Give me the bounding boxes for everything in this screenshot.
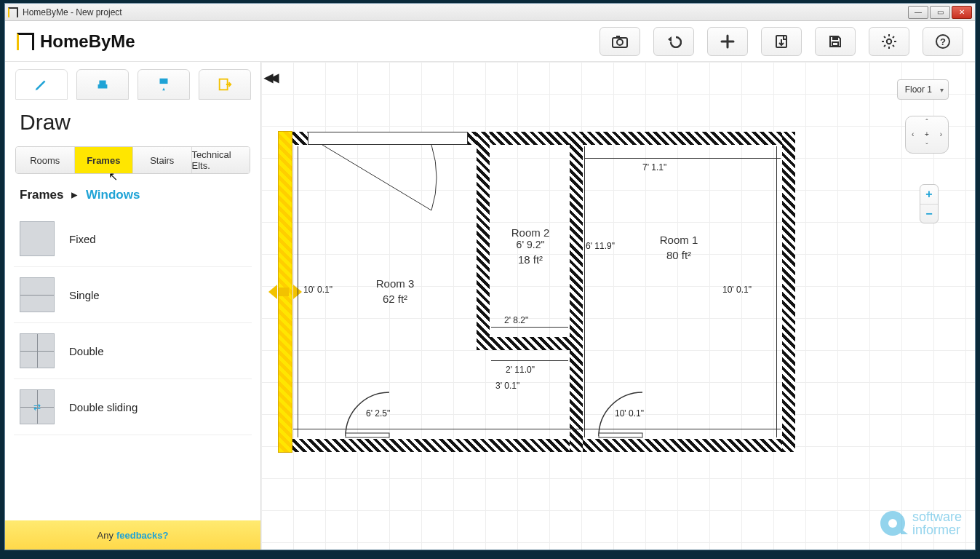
list-item-label: Fixed [69, 233, 96, 245]
brand-logo-icon [17, 33, 34, 50]
camera-button[interactable] [599, 27, 640, 56]
watermark-icon [880, 511, 905, 536]
dimension: 7' 1.1" [642, 162, 666, 173]
watermark: software informer [880, 510, 962, 536]
breadcrumb-sub[interactable]: Windows [86, 188, 140, 202]
zoom-in-button[interactable]: + [920, 185, 938, 204]
dimension: 10' 0.1" [303, 285, 332, 295]
list-item[interactable]: ⇄ Double sliding [14, 379, 252, 435]
dim-line [584, 158, 781, 159]
cat-tab-stairs[interactable]: Stairs [133, 147, 192, 173]
section-title: Draw [5, 101, 260, 146]
room-label: Room 1 80 ft² [635, 234, 722, 261]
mode-tab-share[interactable] [199, 69, 251, 100]
wall[interactable] [477, 132, 490, 350]
chevron-right-icon: ▸ [71, 188, 78, 202]
wall[interactable] [782, 132, 795, 452]
mouse-cursor-icon: ↖ [108, 170, 118, 183]
cat-tab-frames[interactable]: Frames [75, 147, 134, 173]
maximize-button[interactable]: ▭ [930, 6, 950, 19]
dim-line [293, 429, 781, 429]
floor-selector-value: Floor 1 [905, 84, 932, 95]
room-label: Room 3 62 ft² [351, 277, 439, 305]
wall[interactable] [477, 337, 583, 350]
feedback-link[interactable]: feedbacks? [116, 530, 169, 541]
dimension: 6' 2.5" [366, 408, 390, 419]
dimension: 2' 11.0" [506, 365, 535, 375]
list-item[interactable]: Fixed [14, 211, 252, 267]
mode-tab-paint[interactable] [138, 69, 190, 100]
undo-button[interactable] [653, 27, 694, 56]
titlebar: HomeByMe - New project — ▭ ✕ [5, 4, 975, 21]
settings-button[interactable] [869, 27, 909, 56]
list-item[interactable]: Single [14, 267, 252, 323]
wall[interactable] [570, 132, 583, 452]
room-width: 6' 9.2" [494, 239, 567, 250]
app-logo-icon [8, 7, 18, 17]
app-window: HomeByMe - New project — ▭ ✕ HomeByMe ? [4, 3, 976, 550]
window-opening[interactable] [308, 132, 468, 145]
svg-rect-9 [160, 79, 168, 84]
brand: HomeByMe [17, 31, 135, 52]
save-button[interactable] [815, 27, 856, 56]
zoom-control: + − [920, 184, 939, 223]
canvas[interactable]: ◀◀ Floor 1 ˆ ‹+› ˇ + − [261, 62, 975, 550]
list-item-label: Single [69, 289, 100, 301]
help-button[interactable]: ? [923, 27, 963, 56]
dimension: 10' 0.1" [615, 408, 644, 419]
dim-line [491, 360, 568, 361]
room-label: Room 2 6' 9.2" 18 ft² [494, 226, 567, 266]
room-area: 18 ft² [494, 253, 567, 266]
pan-up-icon[interactable]: ˆ [920, 116, 933, 129]
list-item-label: Double [69, 345, 104, 357]
svg-point-1 [617, 39, 623, 45]
pan-down-icon[interactable]: ˇ [920, 140, 933, 153]
room-area: 80 ft² [635, 249, 722, 261]
zoom-out-button[interactable]: − [920, 204, 938, 223]
mode-tabs [5, 62, 261, 101]
mode-tab-furnish[interactable] [76, 69, 129, 100]
collapse-sidebar-button[interactable]: ◀◀ [264, 71, 276, 84]
pan-right-icon[interactable]: › [934, 129, 948, 141]
category-tabs: Rooms Frames Stairs Technical Elts. [15, 146, 250, 174]
window-title: HomeByMe - New project [23, 7, 122, 17]
watermark-text: software informer [912, 510, 962, 536]
feedback-prefix: Any [97, 530, 113, 541]
svg-rect-11 [346, 433, 389, 437]
dim-line [584, 146, 585, 437]
room-name: Room 3 [351, 277, 439, 290]
room-name: Room 1 [635, 234, 722, 246]
mode-tab-draw[interactable] [15, 69, 68, 100]
wall[interactable] [279, 439, 795, 452]
dimension: 6' 11.9" [586, 241, 615, 251]
list-item[interactable]: Double [14, 323, 252, 379]
window-fixed-icon [20, 221, 55, 256]
floor-selector[interactable]: Floor 1 [897, 79, 949, 100]
minimize-button[interactable]: — [908, 6, 928, 19]
pan-center-icon[interactable]: + [920, 129, 933, 141]
breadcrumb-root: Frames [20, 188, 63, 202]
window-single-icon [20, 277, 55, 312]
cat-tab-technical[interactable]: Technical Elts. [192, 147, 250, 173]
dimension: 2' 8.2" [504, 315, 528, 325]
dim-line [776, 146, 777, 437]
pan-control[interactable]: ˆ ‹+› ˇ [905, 116, 949, 154]
room-name: Room 2 [494, 226, 567, 239]
wall-move-handle[interactable] [271, 285, 299, 299]
close-button[interactable]: ✕ [952, 6, 972, 19]
dimension: 3' 0.1" [495, 381, 519, 391]
dimension: 10' 0.1" [722, 285, 752, 295]
brand-name: HomeByMe [40, 31, 135, 52]
window-double-icon [20, 333, 55, 368]
export-button[interactable] [761, 27, 802, 56]
pan-left-icon[interactable]: ‹ [906, 129, 920, 141]
floor-plan[interactable]: Room 3 62 ft² Room 2 6' 9.2" 18 ft² Room… [279, 132, 795, 452]
window-type-list: Fixed Single Double ⇄ Double sliding [5, 211, 260, 435]
add-button[interactable] [707, 27, 748, 56]
svg-rect-12 [599, 433, 642, 437]
list-item-label: Double sliding [69, 401, 138, 413]
feedback-bar[interactable]: Any feedbacks? [5, 520, 260, 550]
door-swing[interactable] [322, 145, 446, 228]
cat-tab-rooms[interactable]: Rooms [16, 147, 75, 173]
svg-rect-4 [832, 36, 838, 40]
